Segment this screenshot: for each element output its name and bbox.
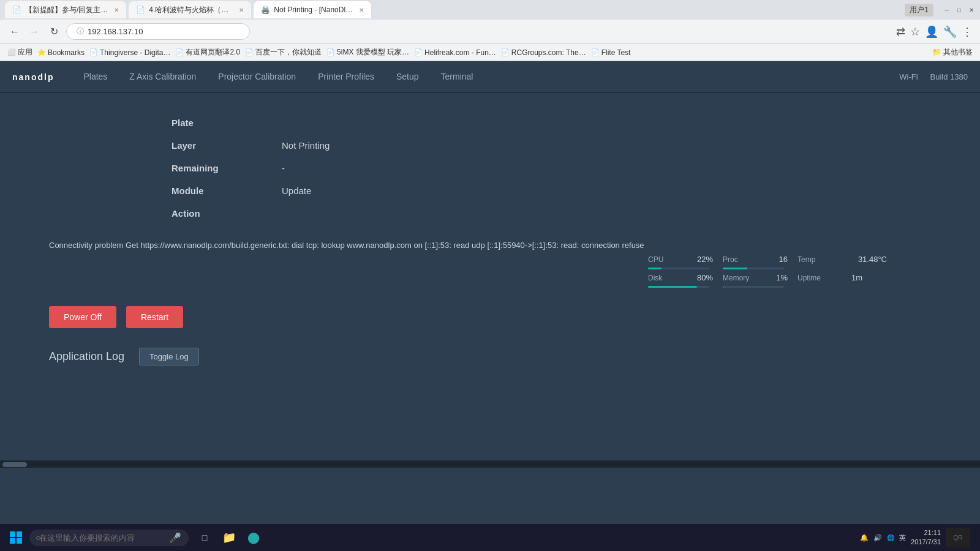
file-explorer-button[interactable]: 📁 bbox=[218, 527, 240, 549]
proc-label: Proc bbox=[723, 255, 753, 264]
address-bar: ← → ↻ ⓘ 192.168.137.10 ⇄ ☆ 👤 🔧 ⋮ bbox=[0, 20, 980, 44]
main-content: Plate Layer Not Printing Remaining - Mod… bbox=[0, 93, 980, 460]
scrollbar-thumb[interactable] bbox=[2, 462, 27, 467]
remaining-label: Remaining bbox=[172, 163, 282, 173]
flitetest-icon: 📄 bbox=[591, 48, 600, 56]
memory-bar-bg bbox=[723, 286, 784, 288]
wifi-label: Wi-Fi bbox=[899, 72, 918, 81]
disk-bar-container bbox=[648, 286, 713, 288]
tab-1[interactable]: 📄 【新提醒】参与/回复主… ✕ bbox=[5, 1, 126, 18]
restart-button[interactable]: Restart bbox=[126, 306, 183, 328]
nav-terminal[interactable]: Terminal bbox=[430, 61, 484, 93]
taskbar-pinned-icons: □ 📁 ⬤ bbox=[194, 527, 265, 549]
qr-code-widget: QR bbox=[946, 528, 970, 547]
search-circle-icon: ○ bbox=[36, 533, 40, 542]
tab-2-close[interactable]: ✕ bbox=[239, 7, 244, 13]
svg-rect-1 bbox=[17, 531, 22, 537]
taskbar-search-input[interactable] bbox=[29, 530, 189, 546]
tab-3-label: Not Printing - [NanoDl… bbox=[274, 6, 353, 14]
reload-button[interactable]: ↻ bbox=[47, 26, 61, 37]
extension-icon[interactable]: 🔧 bbox=[943, 25, 957, 39]
bookmark-apps-label: 应用 bbox=[18, 47, 32, 58]
security-icon: ⓘ bbox=[77, 26, 84, 37]
back-button[interactable]: ← bbox=[7, 26, 22, 37]
thingiverse-icon: 📄 bbox=[89, 48, 98, 56]
uptime-label: Uptime bbox=[797, 274, 828, 282]
menu-icon[interactable]: ⋮ bbox=[962, 25, 973, 39]
bottom-scrollbar[interactable] bbox=[0, 460, 980, 468]
cpu-value: 22% bbox=[688, 255, 713, 264]
plate-value bbox=[282, 118, 600, 128]
disk-value: 80% bbox=[688, 273, 713, 282]
search-container[interactable]: ○ 🎤 bbox=[29, 530, 189, 546]
microphone-icon[interactable]: 🎤 bbox=[169, 532, 181, 544]
nav-printer-profiles[interactable]: Printer Profiles bbox=[307, 61, 385, 93]
maximize-button[interactable]: □ bbox=[956, 6, 963, 13]
nav-setup[interactable]: Setup bbox=[385, 61, 430, 93]
forward-button[interactable]: → bbox=[27, 26, 42, 37]
baidu-icon: 📄 bbox=[245, 48, 254, 56]
nav-right: Wi-Fi Build 1380 bbox=[899, 72, 968, 81]
memory-bar-container bbox=[723, 286, 788, 288]
memory-value: 1% bbox=[763, 273, 788, 282]
build-label: Build 1380 bbox=[930, 72, 968, 81]
notification-icon[interactable]: 🔔 bbox=[860, 534, 869, 542]
tab-3-icon: 🖨️ bbox=[261, 6, 270, 14]
nav-z-axis-calibration[interactable]: Z Axis Calibration bbox=[118, 61, 207, 93]
bookmark-helifreak[interactable]: 📄 Helifreak.com - Fun… bbox=[414, 48, 496, 57]
svg-rect-2 bbox=[10, 538, 15, 544]
bookmark-rcgroups[interactable]: 📄 RCGroups.com: The… bbox=[501, 48, 586, 57]
nav-plates[interactable]: Plates bbox=[72, 61, 118, 93]
address-input[interactable]: ⓘ 192.168.137.10 bbox=[66, 23, 250, 40]
stats-grid: CPU 22% Proc 16 Temp 31.48°C bbox=[648, 255, 907, 288]
system-clock: 21:11 2017/7/31 bbox=[911, 528, 941, 547]
chrome-button[interactable]: ⬤ bbox=[243, 527, 265, 549]
disk-bar-fill bbox=[648, 286, 697, 288]
uptime-value: 1m bbox=[838, 273, 862, 282]
svg-rect-3 bbox=[17, 538, 22, 544]
taskbar-network-icon[interactable]: 🌐 bbox=[887, 534, 894, 541]
proc-value: 16 bbox=[763, 255, 788, 264]
taskbar-speaker-icon[interactable]: 🔊 bbox=[873, 534, 882, 542]
minimize-button[interactable]: ─ bbox=[943, 6, 951, 13]
bookmark-youdao[interactable]: 📄 有道网页翻译2.0 bbox=[175, 47, 240, 58]
start-button[interactable] bbox=[5, 527, 27, 549]
tab-2-label: 4.哈利波特与火焰杯（人… bbox=[149, 5, 233, 15]
tab-1-close[interactable]: ✕ bbox=[114, 7, 119, 13]
proc-bar-bg bbox=[723, 268, 784, 269]
bookmark-star-icon[interactable]: ☆ bbox=[910, 25, 920, 39]
toggle-log-button[interactable]: Toggle Log bbox=[139, 348, 199, 365]
action-label: Action bbox=[172, 208, 282, 219]
layer-label: Layer bbox=[172, 140, 282, 151]
bookmark-5imx-label: 5iMX 我爱模型 玩家… bbox=[337, 47, 409, 58]
plate-label: Plate bbox=[172, 118, 282, 128]
profile-icon[interactable]: 👤 bbox=[925, 25, 938, 39]
bookmark-helifreak-label: Helifreak.com - Fun… bbox=[424, 48, 496, 57]
other-bookmarks-icon: 📁 bbox=[932, 48, 941, 56]
tab-3-close[interactable]: ✕ bbox=[359, 7, 364, 13]
bookmark-5imx[interactable]: 📄 5iMX 我爱模型 玩家… bbox=[326, 47, 409, 58]
bookmark-flitetest[interactable]: 📄 Flite Test bbox=[591, 48, 631, 57]
tab-3[interactable]: 🖨️ Not Printing - [NanoDl… ✕ bbox=[254, 1, 371, 18]
layer-value: Not Printing bbox=[282, 140, 600, 151]
5imx-icon: 📄 bbox=[326, 48, 335, 56]
nav-projector-calibration[interactable]: Projector Calibration bbox=[207, 61, 307, 93]
cpu-bar-container bbox=[648, 268, 713, 269]
close-button[interactable]: ✕ bbox=[968, 6, 975, 13]
other-bookmarks[interactable]: 📁 其他书签 bbox=[932, 47, 973, 58]
power-off-button[interactable]: Power Off bbox=[49, 306, 116, 328]
bookmark-baidu[interactable]: 📄 百度一下，你就知道 bbox=[245, 47, 322, 58]
task-view-button[interactable]: □ bbox=[194, 527, 216, 549]
proc-bar-fill bbox=[723, 268, 747, 269]
bookmark-apps[interactable]: ⬜ 应用 bbox=[7, 47, 32, 58]
temp-value: 31.48°C bbox=[838, 255, 887, 264]
bookmark-thingiverse[interactable]: 📄 Thingiverse - Digita… bbox=[89, 48, 170, 57]
translate-icon[interactable]: ⇄ bbox=[896, 25, 905, 39]
taskbar-lang-icon[interactable]: 英 bbox=[899, 533, 906, 542]
cpu-label: CPU bbox=[648, 255, 679, 264]
tab-2[interactable]: 📄 4.哈利波特与火焰杯（人… ✕ bbox=[129, 1, 251, 18]
bookmark-bookmarks[interactable]: ⭐ Bookmarks bbox=[37, 48, 85, 57]
app-log-section: Application Log Toggle Log bbox=[49, 348, 931, 365]
cpu-bar-bg bbox=[648, 268, 709, 269]
action-buttons: Power Off Restart bbox=[49, 306, 931, 328]
